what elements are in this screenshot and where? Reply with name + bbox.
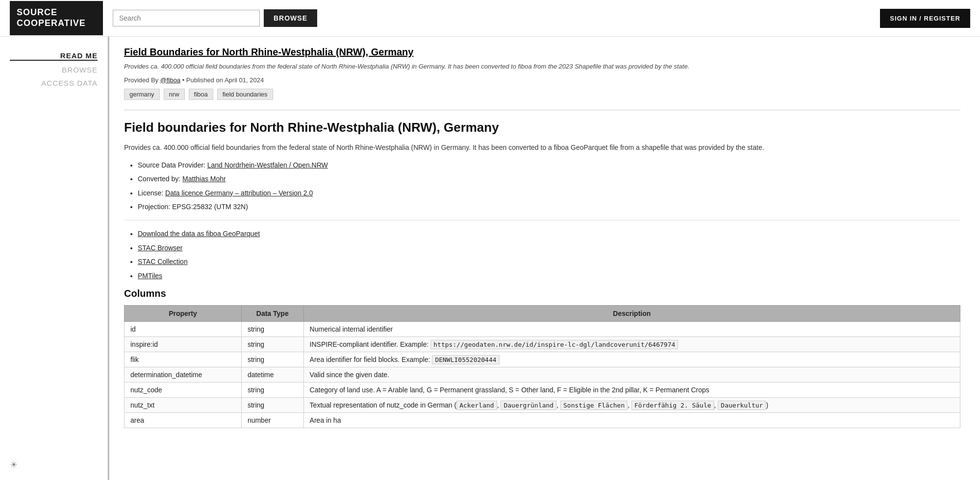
table-row: nutz_code string Category of land use. A…: [125, 383, 960, 398]
cell-desc: Valid since the given date.: [303, 367, 960, 383]
col-header-datatype: Data Type: [241, 306, 303, 322]
table-row: nutz_txt string Textual representation o…: [125, 398, 960, 413]
stac-browser-link[interactable]: STAC Browser: [138, 244, 183, 252]
logo[interactable]: SOURCE COOPERATIVE: [10, 1, 103, 35]
download-link[interactable]: Download the data as fiboa GeoParquet: [138, 230, 260, 238]
logo-line2: COOPERATIVE: [17, 18, 86, 29]
license-link[interactable]: Data licence Germany – attribution – Ver…: [165, 189, 313, 197]
logo-line1: SOURCE: [17, 7, 86, 18]
sidebar-item-browse[interactable]: BROWSE: [10, 66, 98, 74]
cell-type: string: [241, 352, 303, 367]
tag-fiboa[interactable]: fiboa: [189, 89, 213, 100]
list-item-projection: Projection: EPSG:25832 (UTM 32N): [138, 201, 960, 212]
code-foerderfaehig: Förderfähig 2. Säule: [631, 401, 714, 410]
list-item-converted: Converted by: Matthias Mohr: [138, 173, 960, 184]
source-link[interactable]: Land Nordrhein-Westfalen / Open.NRW: [207, 161, 328, 169]
readme-section: Field boundaries for North Rhine-Westpha…: [124, 120, 960, 429]
list-item-stac-collection: STAC Collection: [138, 256, 960, 267]
columns-table: Property Data Type Description id string…: [124, 305, 960, 428]
code-dauergruenland: Dauergrünland: [501, 401, 556, 410]
search-input[interactable]: [113, 10, 260, 26]
license-prefix: License:: [138, 189, 165, 197]
published-prefix: • Published on: [180, 76, 225, 84]
browse-button[interactable]: BROWSE: [264, 9, 317, 27]
cell-property: inspire:id: [125, 337, 242, 352]
table-row: determination_datetime datetime Valid si…: [125, 367, 960, 383]
thin-divider: [124, 220, 960, 220]
download-links-list: Download the data as fiboa GeoParquet ST…: [124, 228, 960, 281]
header: SOURCE COOPERATIVE BROWSE SIGN IN / REGI…: [0, 0, 980, 37]
cell-property: nutz_code: [125, 383, 242, 398]
main-description: Provides ca. 400.000 official field boun…: [124, 142, 960, 153]
stac-collection-link[interactable]: STAC Collection: [138, 258, 188, 265]
list-item-download: Download the data as fiboa GeoParquet: [138, 228, 960, 239]
cell-desc: Area in ha: [303, 413, 960, 428]
cell-property: id: [125, 322, 242, 337]
tag-nrw[interactable]: nrw: [164, 89, 185, 100]
cell-property: flik: [125, 352, 242, 367]
details-list: Source Data Provider: Land Nordrhein-Wes…: [124, 160, 960, 213]
dataset-meta: Provided By @fiboa • Published on April …: [124, 76, 960, 84]
section-divider: [124, 110, 960, 110]
main-section-title: Field boundaries for North Rhine-Westpha…: [124, 120, 960, 135]
pmtiles-link[interactable]: PMTiles: [138, 272, 162, 280]
cell-type: string: [241, 383, 303, 398]
sidebar-item-readme[interactable]: READ ME: [10, 51, 98, 61]
tag-field-boundaries[interactable]: field boundaries: [217, 89, 273, 100]
list-item-pmtiles: PMTiles: [138, 270, 960, 281]
cell-type: string: [241, 337, 303, 352]
list-item-source: Source Data Provider: Land Nordrhein-Wes…: [138, 160, 960, 170]
dataset-subtitle: Provides ca. 400.000 official field boun…: [124, 62, 960, 72]
cell-desc: Numerical internal identifier: [303, 322, 960, 337]
dataset-header: Field Boundaries for North Rhine-Westpha…: [124, 47, 960, 100]
content-area: Field Boundaries for North Rhine-Westpha…: [108, 37, 980, 480]
table-row: flik string Area identifier for field bl…: [125, 352, 960, 367]
tag-germany[interactable]: germany: [124, 89, 160, 100]
code-flik: DENWLI0552020444: [432, 355, 499, 364]
list-item-license: License: Data licence Germany – attribut…: [138, 188, 960, 198]
columns-title: Columns: [124, 288, 960, 299]
table-header-row: Property Data Type Description: [125, 306, 960, 322]
cell-desc: Category of land use. A = Arable land, G…: [303, 383, 960, 398]
cell-desc: Textual representation of nutz_code in G…: [303, 398, 960, 413]
cell-property: area: [125, 413, 242, 428]
code-inspire-id: https://geodaten.nrw.de/id/inspire-lc-dg…: [430, 340, 678, 349]
converted-link[interactable]: Matthias Mohr: [182, 175, 226, 183]
theme-toggle[interactable]: ☀: [10, 459, 18, 470]
converted-prefix: Converted by:: [138, 175, 182, 183]
cell-type: string: [241, 398, 303, 413]
provided-by-label: Provided By: [124, 76, 160, 84]
sidebar-item-access-data[interactable]: ACCESS DATA: [10, 79, 98, 87]
source-prefix: Source Data Provider:: [138, 161, 207, 169]
published-date: April 01, 2024: [225, 76, 264, 84]
dataset-title[interactable]: Field Boundaries for North Rhine-Westpha…: [124, 47, 960, 58]
code-sonstige: Sonstige Flächen: [560, 401, 628, 410]
code-dauerkultur: Dauerkultur: [718, 401, 766, 410]
signin-button[interactable]: SIGN IN / REGISTER: [880, 9, 970, 28]
projection-text: Projection: EPSG:25832 (UTM 32N): [138, 203, 248, 211]
cell-desc: Area identifier for field blocks. Exampl…: [303, 352, 960, 367]
cell-property: determination_datetime: [125, 367, 242, 383]
table-row: inspire:id string INSPIRE-compliant iden…: [125, 337, 960, 352]
code-ackerland: Ackerland: [456, 401, 497, 410]
main-layout: READ ME BROWSE ACCESS DATA Field Boundar…: [0, 37, 980, 480]
table-row: id string Numerical internal identifier: [125, 322, 960, 337]
cell-desc: INSPIRE-compliant identifier. Example: h…: [303, 337, 960, 352]
table-row: area number Area in ha: [125, 413, 960, 428]
cell-property: nutz_txt: [125, 398, 242, 413]
cell-type: number: [241, 413, 303, 428]
provided-by-user[interactable]: @fiboa: [160, 76, 180, 84]
cell-type: string: [241, 322, 303, 337]
col-header-description: Description: [303, 306, 960, 322]
col-header-property: Property: [125, 306, 242, 322]
list-item-stac-browser: STAC Browser: [138, 242, 960, 253]
cell-type: datetime: [241, 367, 303, 383]
tag-list: germany nrw fiboa field boundaries: [124, 89, 960, 100]
sidebar: READ ME BROWSE ACCESS DATA: [0, 37, 108, 480]
